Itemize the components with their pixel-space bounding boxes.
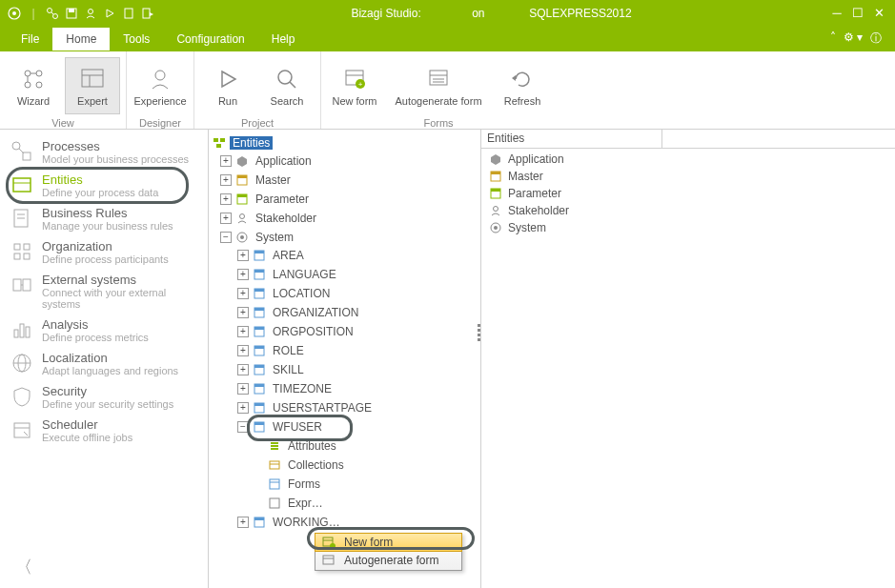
- search-button[interactable]: Search: [259, 57, 315, 114]
- experience-button[interactable]: Experience: [132, 57, 188, 114]
- expand-toggle[interactable]: +: [237, 326, 249, 337]
- tree-item[interactable]: Application: [253, 154, 315, 168]
- svg-rect-70: [254, 251, 264, 253]
- tree-item[interactable]: WFUSER: [270, 420, 325, 434]
- settings-gear-icon[interactable]: ⚙ ▾: [844, 30, 863, 47]
- table-icon: [253, 420, 266, 434]
- tree-item[interactable]: Attributes: [285, 439, 339, 453]
- context-autogenerate-form[interactable]: Autogenerate form: [315, 551, 461, 570]
- tree-root[interactable]: Entities: [230, 136, 273, 150]
- document-icon[interactable]: [120, 5, 137, 22]
- diagram-icon[interactable]: [44, 5, 61, 22]
- list-item[interactable]: Master: [485, 168, 891, 185]
- sidebar-item-scheduler[interactable]: SchedulerExecute offline jobs: [0, 414, 208, 447]
- sidebar-item-entities[interactable]: EntitiesDefine your process data: [0, 169, 208, 202]
- new-form-icon: +: [340, 65, 369, 93]
- expand-toggle[interactable]: +: [220, 193, 232, 205]
- sidebar-item-organization[interactable]: OrganizationDefine process participants: [0, 235, 208, 269]
- save-icon[interactable]: [63, 5, 80, 22]
- sidebar-item-analysis[interactable]: AnalysisDefine process metrics: [0, 314, 208, 347]
- user-icon[interactable]: [82, 5, 99, 22]
- splitter-handle[interactable]: [478, 324, 483, 341]
- tree-item[interactable]: LOCATION: [270, 287, 333, 300]
- menu-configuration[interactable]: Configuration: [163, 28, 257, 51]
- expand-toggle[interactable]: +: [237, 517, 249, 528]
- document-play-icon[interactable]: [139, 5, 156, 22]
- menu-home[interactable]: Home: [52, 28, 110, 51]
- svg-rect-92: [270, 461, 279, 469]
- expand-toggle[interactable]: +: [237, 269, 249, 280]
- play-icon[interactable]: [101, 5, 118, 22]
- new-form-button[interactable]: + New form: [327, 57, 382, 114]
- sidebar-item-security[interactable]: SecurityDefine your security settings: [0, 380, 208, 414]
- collapse-ribbon-icon[interactable]: ˄: [830, 30, 836, 47]
- svg-line-57: [24, 432, 28, 436]
- window-title: Bizagi Studio: on SQLEXPRESS2012: [162, 7, 821, 20]
- sidebar-item-business-rules[interactable]: Business RulesManage your business rules: [0, 202, 208, 235]
- ribbon-group-project: Run Search Project: [194, 51, 321, 129]
- tree-item[interactable]: Forms: [285, 477, 323, 491]
- tree-item[interactable]: Collections: [285, 458, 347, 472]
- tree-item[interactable]: Expr…: [285, 497, 326, 510]
- expand-toggle[interactable]: +: [220, 174, 232, 186]
- svg-point-12: [25, 71, 31, 76]
- wizard-button[interactable]: Wizard: [6, 57, 61, 114]
- tree-item[interactable]: Master: [253, 173, 294, 187]
- tree-item[interactable]: AREA: [270, 249, 307, 262]
- expand-toggle[interactable]: +: [237, 288, 249, 299]
- expand-toggle[interactable]: +: [237, 383, 249, 395]
- refresh-button[interactable]: Refresh: [495, 57, 550, 114]
- ribbon-group-view: Wizard Expert View: [0, 51, 127, 129]
- expand-toggle[interactable]: +: [237, 307, 249, 318]
- ribbon-group-designer: Experience Designer: [127, 51, 194, 129]
- menu-file[interactable]: File: [8, 28, 52, 51]
- expand-toggle[interactable]: +: [237, 250, 249, 261]
- list-item[interactable]: System: [485, 219, 891, 236]
- collapse-toggle[interactable]: −: [237, 421, 249, 433]
- tree-item[interactable]: USERSTARTPAGE: [270, 401, 375, 415]
- bizagi-logo-icon[interactable]: [6, 5, 23, 22]
- table-icon: [253, 516, 266, 529]
- collapse-toggle[interactable]: −: [220, 232, 232, 243]
- tree-item[interactable]: Parameter: [253, 193, 312, 206]
- maximize-button[interactable]: ☐: [849, 5, 866, 22]
- autogenerate-form-button[interactable]: Autogenerate form: [386, 57, 491, 114]
- sidebar-item-external-systems[interactable]: External systemsConnect with your extern…: [0, 269, 208, 314]
- back-button[interactable]: 〈: [15, 556, 32, 578]
- tree-item[interactable]: WORKING…: [270, 516, 343, 529]
- svg-rect-45: [24, 253, 30, 259]
- right-header-label: Entities: [481, 130, 662, 148]
- menu-tools[interactable]: Tools: [110, 28, 163, 51]
- tree-item[interactable]: TIMEZONE: [270, 382, 335, 395]
- list-item[interactable]: Application: [485, 151, 891, 168]
- context-new-form[interactable]: New form: [315, 533, 462, 552]
- titlebar: | Bizagi Studio: on SQLEXPRESS2012 ─ ☐ ✕: [0, 0, 895, 26]
- tree-item[interactable]: ORGANIZATION: [270, 306, 361, 319]
- minimize-button[interactable]: ─: [828, 5, 845, 22]
- menu-help[interactable]: Help: [258, 28, 309, 51]
- close-button[interactable]: ✕: [870, 5, 887, 22]
- expand-toggle[interactable]: +: [220, 213, 232, 224]
- tree-item[interactable]: Stakeholder: [253, 212, 319, 225]
- expand-toggle[interactable]: +: [237, 402, 249, 414]
- tree-item[interactable]: ROLE: [270, 344, 307, 357]
- run-button[interactable]: Run: [200, 57, 255, 114]
- sidebar-item-localization[interactable]: LocalizationAdapt languages and regions: [0, 347, 208, 380]
- svg-rect-60: [216, 144, 221, 148]
- expand-toggle[interactable]: +: [237, 364, 249, 375]
- svg-marker-99: [491, 154, 500, 165]
- list-item[interactable]: Parameter: [485, 185, 891, 202]
- sidebar-item-processes[interactable]: ProcessesModel your business processes: [0, 135, 208, 169]
- tree-item[interactable]: LANGUAGE: [270, 268, 339, 281]
- help-icon[interactable]: ⓘ: [870, 30, 882, 47]
- expert-button[interactable]: Expert: [65, 57, 120, 114]
- tree-item[interactable]: SKILL: [270, 363, 307, 376]
- expand-toggle[interactable]: +: [220, 155, 232, 167]
- tree-item[interactable]: System: [253, 231, 296, 244]
- svg-rect-76: [254, 308, 264, 311]
- rules-icon: [10, 206, 34, 231]
- expand-toggle[interactable]: +: [237, 345, 249, 356]
- svg-rect-35: [23, 152, 31, 160]
- list-item[interactable]: Stakeholder: [485, 202, 891, 219]
- tree-item[interactable]: ORGPOSITION: [270, 325, 356, 338]
